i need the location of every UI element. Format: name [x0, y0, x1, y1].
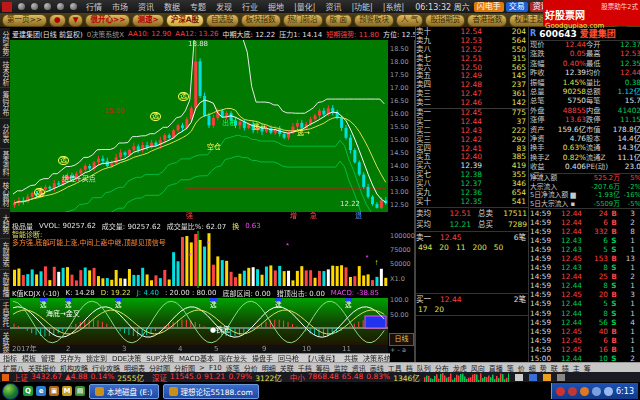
- tick-row[interactable]: 14:59 12.45 16 B 1: [530, 345, 640, 354]
- quick-button[interactable]: 闪电手: [474, 2, 504, 12]
- view-tab[interactable]: 关联: [280, 363, 294, 373]
- view-tab[interactable]: 插: [562, 363, 569, 373]
- view-tab[interactable]: 分析图: [174, 363, 195, 373]
- taskbar-app-icon[interactable]: Q: [23, 386, 33, 396]
- view-tab[interactable]: 细: [529, 363, 536, 373]
- view-tab[interactable]: >: [199, 364, 205, 372]
- panel-button[interactable]: [529, 374, 537, 381]
- sidebar-item[interactable]: 千档委托: [0, 300, 10, 330]
- view-tab[interactable]: 明细表: [124, 363, 145, 373]
- formula-tab[interactable]: 共振: [344, 353, 358, 362]
- menu-item[interactable]: |量化|: [289, 1, 320, 12]
- view-tab[interactable]: 直播: [489, 363, 503, 373]
- view-tab[interactable]: 机构攻略: [60, 363, 88, 373]
- tick-row[interactable]: 14:59 12.44 8 S 1: [530, 309, 640, 318]
- volume-pane[interactable]: 智能诊断: 多方强,底部可能上涨,中间上涨中继,顶部见顶信号: [10, 231, 388, 288]
- menu-item[interactable]: 市场: [107, 1, 133, 12]
- menu-item[interactable]: 掘地: [263, 1, 289, 12]
- view-tab[interactable]: 价: [518, 363, 525, 373]
- sidebar-item[interactable]: 筹码分布: [0, 88, 10, 118]
- index-quote[interactable]: 上证3432.67 ▲4.880.14%2555亿: [13, 372, 144, 382]
- formula-tab[interactable]: DDE决策: [112, 353, 141, 362]
- index-quote[interactable]: 深证11545.0 91.210.79%3122亿: [152, 372, 282, 382]
- view-tab[interactable]: 扩展八: [3, 363, 24, 373]
- view-tab[interactable]: 队列: [417, 363, 431, 373]
- tick-row[interactable]: 14:59 12.43 6 S 1: [530, 236, 640, 245]
- view-tab[interactable]: 分布: [435, 363, 449, 373]
- sidebar-item[interactable]: 东财搜索: [0, 239, 10, 269]
- menu-item[interactable]: 资讯: [133, 1, 159, 12]
- view-tab[interactable]: 风向: [471, 363, 485, 373]
- view-tab[interactable]: 逐笔: [226, 363, 240, 373]
- menu-item[interactable]: |系统|: [378, 1, 409, 12]
- view-tab[interactable]: 监控: [334, 363, 348, 373]
- view-tab[interactable]: 行业攻略: [92, 363, 120, 373]
- tick-row[interactable]: 14:59 12.43 5 S 1: [530, 245, 640, 254]
- view-tab[interactable]: 筹: [584, 363, 591, 373]
- taskbar-app-icon[interactable]: ▤: [75, 386, 85, 396]
- toolbar-tab[interactable]: 测速>: [132, 14, 163, 27]
- tick-row[interactable]: 14:59 12.44 25 B 2: [530, 272, 640, 281]
- panel-button[interactable]: [543, 374, 551, 381]
- view-tab[interactable]: 分价: [244, 363, 258, 373]
- sidebar-item[interactable]: 东财直播: [0, 270, 10, 300]
- toolbar-tab[interactable]: 沪深A股: [166, 14, 204, 27]
- view-tab[interactable]: 资讯: [352, 363, 366, 373]
- view-tab[interactable]: 筹码: [316, 363, 330, 373]
- toolbar-tab[interactable]: 很开心>>: [85, 14, 130, 27]
- sidebar-item[interactable]: 技术分析: [0, 58, 10, 88]
- toolbar-tab[interactable]: 股指期货: [425, 14, 465, 27]
- tick-row[interactable]: 14:59 12.44 24 B 3: [530, 209, 640, 218]
- menu-item[interactable]: 发现: [211, 1, 237, 12]
- formula-tab[interactable]: SUP决策: [146, 353, 174, 362]
- sidebar-item[interactable]: 大趋势: [0, 209, 10, 239]
- kdj-pane[interactable]: 选选选选选选 海底→金叉●铁底: [10, 298, 388, 345]
- tick-row[interactable]: 14:59 12.44 332 B 8: [530, 227, 640, 236]
- period-selector[interactable]: 日线: [389, 333, 414, 346]
- tray-icon[interactable]: [580, 387, 589, 396]
- view-tab[interactable]: 画线: [370, 363, 384, 373]
- tick-row[interactable]: 14:59 12.44 6 B 2: [530, 218, 640, 227]
- formula-tab[interactable]: MACD基本: [179, 353, 214, 362]
- view-tab[interactable]: F10: [209, 364, 222, 372]
- tick-row[interactable]: 14:59 12.44 56 S 4: [530, 318, 640, 327]
- tick-row[interactable]: 14:59 12.45 40 B 1: [530, 327, 640, 336]
- tick-row[interactable]: 14:59 12.44 8 S 1: [530, 281, 640, 290]
- toolbar-tab[interactable]: 香港指数: [467, 14, 507, 27]
- taskbar-window-button[interactable]: 本地磁盘 (E:): [89, 384, 159, 399]
- tray-icon[interactable]: [592, 387, 601, 396]
- toolbar-tab[interactable]: 板块指数: [241, 14, 281, 27]
- menu-item[interactable]: 数据: [159, 1, 185, 12]
- quick-button[interactable]: 交易: [506, 2, 528, 12]
- tray-icon[interactable]: [604, 387, 613, 396]
- banner-url[interactable]: Goodgupiao.com: [545, 22, 604, 30]
- formula-tab[interactable]: 另存为: [60, 353, 81, 362]
- tray-icon[interactable]: [568, 387, 577, 396]
- taskbar-window-button[interactable]: 理想论坛55188.com: [163, 384, 259, 399]
- toolbar-tab[interactable]: 预警板块: [354, 14, 394, 27]
- view-tab[interactable]: 明细: [262, 363, 276, 373]
- menu-item[interactable]: 专题: [185, 1, 211, 12]
- menu-item[interactable]: 行情: [81, 1, 107, 12]
- window-dot-icon[interactable]: [70, 3, 77, 10]
- window-dot-icon[interactable]: [44, 3, 51, 10]
- taskbar-app-icon[interactable]: M: [62, 386, 72, 396]
- kline-pane[interactable]: 18.8815.00出击空仓逃→逃→绝佳+买点选选选选12.22: [10, 40, 388, 212]
- toolbar-tab[interactable]: 第一页>>: [2, 14, 47, 27]
- window-dot-icon[interactable]: [57, 3, 64, 10]
- sidebar-item[interactable]: 分价表: [0, 119, 10, 149]
- view-tab[interactable]: 工具: [388, 363, 402, 373]
- tick-row[interactable]: 14:59 12.44 5 S 1: [530, 299, 640, 308]
- menu-item[interactable]: 资讯: [320, 1, 346, 12]
- tick-row[interactable]: 14:59 12.45 20 B 3: [530, 290, 640, 299]
- tray-icon[interactable]: [556, 387, 565, 396]
- formula-tab[interactable]: 指标: [3, 353, 17, 362]
- toolbar-tab[interactable]: 版 面: [325, 14, 352, 27]
- window-dot-icon[interactable]: [31, 3, 38, 10]
- sidebar-item[interactable]: 分时走势: [0, 28, 10, 58]
- view-tab[interactable]: 千档: [298, 363, 312, 373]
- formula-tab[interactable]: 【八魂兵】: [304, 353, 339, 362]
- menu-item[interactable]: |功能|: [346, 1, 377, 12]
- view-tab[interactable]: 势: [540, 363, 547, 373]
- tick-row[interactable]: 14:59 12.45 153 B 13: [530, 254, 640, 263]
